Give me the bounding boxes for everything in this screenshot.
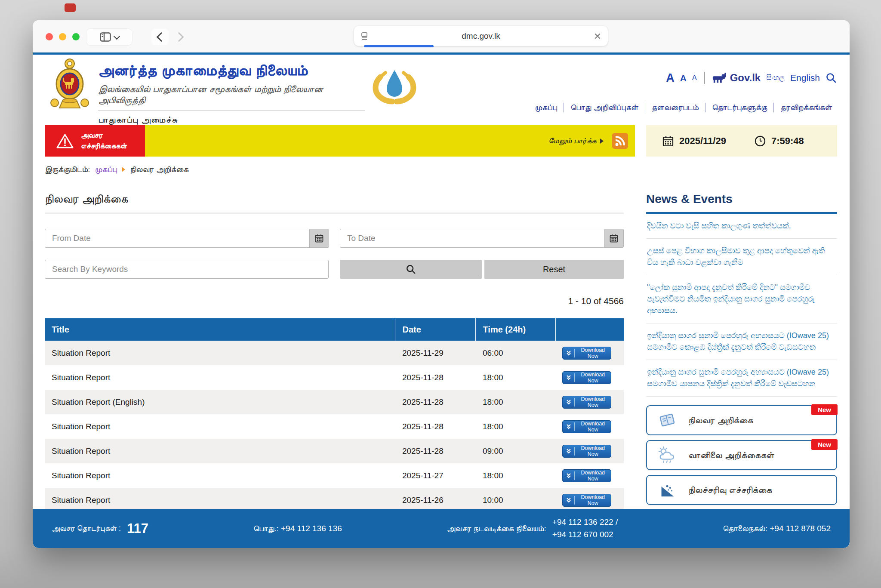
- page-load-progress: [364, 45, 434, 47]
- card-landslide-warning[interactable]: நிலச்சரிவு எச்சரிக்கை: [646, 475, 837, 505]
- download-now-button[interactable]: Download Now: [562, 396, 611, 409]
- breadcrumb-arrow-icon: [122, 167, 125, 172]
- sri-lanka-emblem-logo: [50, 57, 89, 113]
- report-title: Situation Report: [45, 463, 395, 488]
- search-icon[interactable]: [826, 72, 837, 83]
- operations-phone-1: +94 112 136 222 /: [552, 517, 618, 528]
- alert-label-line2: எச்சரிக்கைகள்: [81, 141, 127, 152]
- download-now-button[interactable]: Download Now: [562, 445, 611, 458]
- sidebar-toggle-button[interactable]: [86, 29, 132, 45]
- footer-operations-phone: அவசர நடவடிக்கை நிலையம்: +94 112 136 222 …: [447, 517, 618, 540]
- card-label: வானிலை அறிக்கைகள்: [688, 450, 774, 460]
- download-now-button[interactable]: Download Now: [562, 371, 611, 384]
- card-situation-report[interactable]: நிலவர அறிக்கை New: [646, 405, 837, 435]
- news-link[interactable]: "ලෝක සුනාමි ආපදා දැනුවත් කිරීමේ දිනට" සම…: [647, 282, 836, 317]
- keywords-field: [45, 260, 329, 279]
- address-bar[interactable]: dmc.gov.lk: [354, 26, 608, 46]
- report-title: Situation Report: [45, 341, 395, 365]
- from-date-calendar-button[interactable]: [309, 229, 329, 247]
- site-header: அனர்த்த முகாமைத்துவ நிலையம் இலங்கையில் ப…: [33, 55, 850, 125]
- current-time: 7:59:48: [755, 135, 804, 147]
- site-branding: அனர்த்த முகாமைத்துவ நிலையம் இலங்கையில் ப…: [98, 62, 365, 125]
- report-time: 18:00: [476, 365, 555, 390]
- nav-item-downloads[interactable]: தரவிறக்கங்கள்: [773, 103, 838, 112]
- fax-number: தொலைநகல்: +94 112 878 052: [723, 524, 831, 533]
- table-header-row: Title Date Time (24h): [45, 318, 624, 341]
- window-close-button[interactable]: [46, 33, 53, 40]
- download-now-button[interactable]: Download Now: [562, 494, 611, 507]
- alert-ticker: மேலும் பார்க்க: [145, 125, 635, 157]
- column-header-time: Time (24h): [476, 318, 555, 341]
- report-time: 18:00: [476, 390, 555, 414]
- reader-view-icon[interactable]: [361, 32, 368, 40]
- nav-item-home[interactable]: முகப்பு: [528, 103, 564, 112]
- reset-button[interactable]: Reset: [484, 260, 624, 279]
- to-date-calendar-button[interactable]: [604, 229, 623, 247]
- window-controls: [46, 33, 80, 40]
- report-date: 2025-11-29: [395, 341, 476, 365]
- to-date-field: [340, 229, 624, 248]
- emergency-contact-label: அவசர தொடர்புகள் :: [52, 524, 121, 533]
- to-date-input[interactable]: [340, 229, 623, 247]
- keywords-input[interactable]: [45, 260, 328, 278]
- close-icon[interactable]: [594, 33, 601, 40]
- dmc-hands-logo: [369, 64, 420, 107]
- download-now-button[interactable]: Download Now: [562, 347, 611, 360]
- report-date: 2025-11-27: [395, 463, 476, 488]
- report-title: Situation Report: [45, 439, 395, 463]
- main-navigation: முகப்பு பொது அறிவிப்புகள் தளவரைபடம் தொடர…: [528, 103, 838, 112]
- table-row: Situation Report 2025-11-28 09:00 Downlo…: [45, 439, 624, 463]
- govlk-lion-icon: [712, 72, 727, 83]
- nav-item-public-notices[interactable]: பொது அறிவிப்புகள்: [564, 103, 645, 112]
- download-icon: [563, 447, 575, 456]
- download-now-button[interactable]: Download Now: [562, 469, 611, 482]
- see-more-link[interactable]: மேலும் பார்க்க: [548, 136, 604, 145]
- card-weather-reports[interactable]: வானிலை அறிக்கைகள் New: [646, 440, 837, 470]
- search-icon: [406, 264, 416, 274]
- emergency-warnings-button[interactable]: அவசர எச்சரிக்கைகள்: [45, 125, 145, 157]
- situation-report-book-icon: [657, 410, 677, 430]
- table-row: Situation Report 2025-11-27 18:00 Downlo…: [45, 463, 624, 488]
- nav-item-sitemap[interactable]: தளவரைபடம்: [645, 103, 705, 112]
- reports-table-body: Situation Report 2025-11-29 06:00 Downlo…: [45, 341, 624, 512]
- back-button[interactable]: [151, 29, 169, 45]
- title-divider: [45, 212, 624, 214]
- new-badge: New: [811, 404, 838, 415]
- report-time: 18:00: [476, 463, 555, 488]
- breadcrumb-home-link[interactable]: முகப்பு: [95, 165, 117, 174]
- browser-window: dmc.gov.lk அனர்த்த முகாமைத: [33, 20, 850, 548]
- font-size-medium-button[interactable]: A: [680, 74, 687, 83]
- page-title: நிலவர அறிக்கை: [45, 192, 624, 206]
- table-row: Situation Report 2025-11-28 18:00 Downlo…: [45, 365, 624, 390]
- column-header-actions: [555, 318, 624, 341]
- language-sinhala-link[interactable]: සිංහල: [766, 74, 785, 82]
- card-label: நிலச்சரிவு எச்சரிக்கை: [688, 485, 772, 495]
- utility-bar: A A A Gov.lk සිංහල English: [666, 72, 837, 84]
- window-zoom-button[interactable]: [72, 33, 80, 40]
- emergency-alert-strip: அவசர எச்சரிக்கைகள் மேலும் பார்க்க: [45, 125, 635, 157]
- sidebar-icon: [100, 32, 111, 42]
- breadcrumb-label: இருக்குமிடம்:: [45, 165, 90, 174]
- font-size-large-button[interactable]: A: [666, 72, 675, 84]
- footer-fax: தொலைநகல்: +94 112 878 052: [723, 524, 831, 533]
- news-link[interactable]: උසස් පෙළ විභාග කාලසීමාව තුළ ආපදා හේතුවෙන…: [647, 245, 836, 268]
- news-link[interactable]: දිවයින වටා වැසි සහිත කාලගුණ තත්ත්වයක්.: [647, 220, 836, 232]
- chevron-left-icon: [156, 32, 166, 42]
- search-button[interactable]: [340, 260, 482, 279]
- language-english-link[interactable]: English: [790, 73, 820, 83]
- news-link[interactable]: ඉන්දියානු සාගර සුනාමි පෙරහුරු අභ්‍යාසයට …: [647, 330, 836, 353]
- search-filters: Reset: [45, 229, 624, 279]
- report-date: 2025-11-28: [395, 390, 476, 414]
- from-date-input[interactable]: [45, 229, 329, 247]
- download-now-button[interactable]: Download Now: [562, 420, 611, 433]
- news-link[interactable]: ඉන්දියානු සාගර සුනාමි පෙරහුරු අභ්‍යාසයට …: [647, 366, 836, 390]
- nav-item-contact[interactable]: தொடர்புகளுக்கு: [705, 103, 773, 112]
- govlk-link[interactable]: Gov.lk: [712, 72, 761, 84]
- font-size-small-button[interactable]: A: [692, 74, 697, 81]
- download-icon: [563, 471, 575, 480]
- forward-button[interactable]: [171, 29, 188, 45]
- column-header-title: Title: [45, 318, 395, 341]
- window-minimize-button[interactable]: [59, 33, 66, 40]
- rss-icon[interactable]: [612, 133, 628, 149]
- news-item: දිවයින වටා වැසි සහිත කාලගුණ තත්ත්වයක්.: [646, 214, 837, 239]
